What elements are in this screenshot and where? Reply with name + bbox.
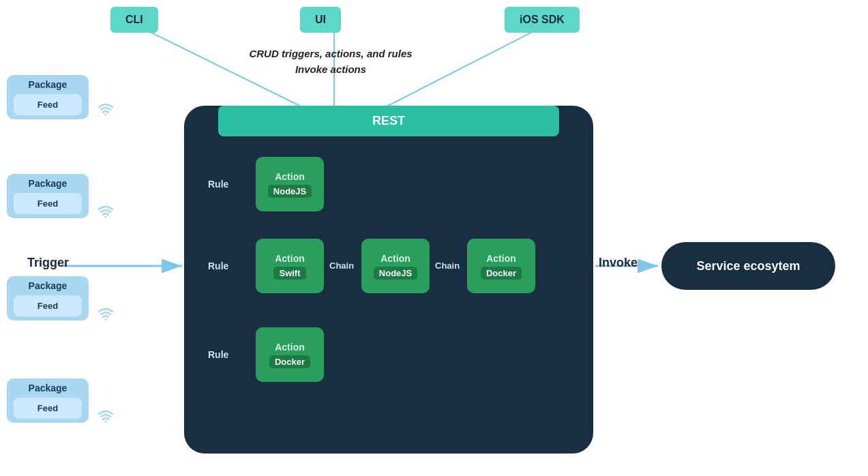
action-docker-row3: Action Docker [256, 327, 324, 382]
package-group-4: Package Feed [7, 378, 89, 423]
invoke-label: Invoke [599, 256, 638, 270]
cli-box: CLI [110, 7, 158, 33]
action-docker-row2: Action Docker [467, 239, 535, 293]
action-nodejs-row1: Action NodeJS [256, 157, 324, 211]
wifi-icon-3 [95, 303, 116, 328]
action-swift: Action Swift [256, 239, 324, 293]
svg-point-16 [105, 216, 107, 218]
chain-label-2: Chain [435, 261, 460, 271]
svg-point-18 [105, 421, 107, 423]
trigger-label: Trigger [27, 256, 69, 270]
package-group-1: Package Feed [7, 75, 89, 119]
rule-label-2: Rule [208, 261, 228, 271]
wifi-icon-4 [95, 406, 116, 430]
wifi-icon-1 [95, 99, 116, 123]
wifi-icon-2 [95, 201, 116, 226]
package-group-3: Package Feed [7, 276, 89, 321]
rule-label-1: Rule [208, 179, 228, 190]
svg-point-15 [105, 114, 107, 116]
chain-label-1: Chain [329, 261, 354, 271]
svg-point-17 [105, 318, 107, 321]
rule-label-3: Rule [208, 349, 228, 360]
package-group-2: Package Feed [7, 174, 89, 218]
action-nodejs-row2: Action NodeJS [361, 239, 430, 293]
rest-bar: REST [218, 106, 559, 136]
service-ecosystem-box: Service ecosytem [661, 242, 835, 290]
ios-box: iOS SDK [505, 7, 580, 33]
ui-box: UI [300, 7, 341, 33]
crud-description: CRUD triggers, actions, and rules Invoke… [211, 46, 450, 77]
